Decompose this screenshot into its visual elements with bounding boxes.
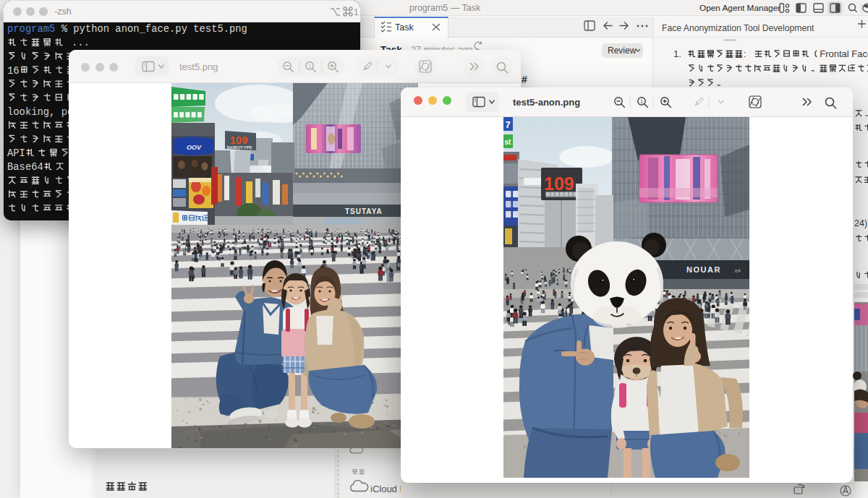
- svg-text::: :: [744, 48, 749, 59]
- svg-text:109: 109: [544, 173, 574, 194]
- svg-text:TSUTAYA: TSUTAYA: [345, 207, 383, 215]
- svg-text:NOUAR: NOUAR: [686, 265, 721, 274]
- svg-text:Base64: Base64: [7, 162, 43, 173]
- svg-text:st: st: [505, 138, 512, 146]
- svg-text:24): 24): [854, 218, 867, 228]
- svg-text:API: API: [7, 148, 25, 159]
- svg-text:program5: program5: [7, 24, 55, 35]
- svg-text:test5-anon.png: test5-anon.png: [513, 97, 580, 108]
- svg-text:7: 7: [506, 119, 511, 130]
- svg-text:1: 1: [354, 7, 359, 17]
- svg-text:Face Anonymization Tool Develo: Face Anonymization Tool Development: [662, 23, 814, 33]
- svg-text:#: #: [522, 74, 527, 85]
- svg-text:e4: e4: [735, 268, 741, 273]
- svg-text:% python anon_face.py test5.pn: % python anon_face.py test5.png: [55, 24, 247, 35]
- svg-text:16: 16: [7, 66, 20, 77]
- svg-text:Frontal Face Defa: Frontal Face Defa: [820, 48, 868, 59]
- svg-text:Task: Task: [395, 22, 414, 33]
- svg-text:1: 1: [640, 99, 643, 104]
- svg-text:OOV: OOV: [187, 144, 202, 151]
- svg-text:1: 1: [308, 64, 311, 69]
- svg-text:Review: Review: [608, 46, 637, 56]
- svg-text:test5.png: test5.png: [179, 61, 218, 72]
- svg-text:1.: 1.: [673, 48, 681, 59]
- svg-text:...: ...: [66, 38, 90, 48]
- svg-text:SHIBUYYPE: SHIBUYYPE: [227, 145, 252, 150]
